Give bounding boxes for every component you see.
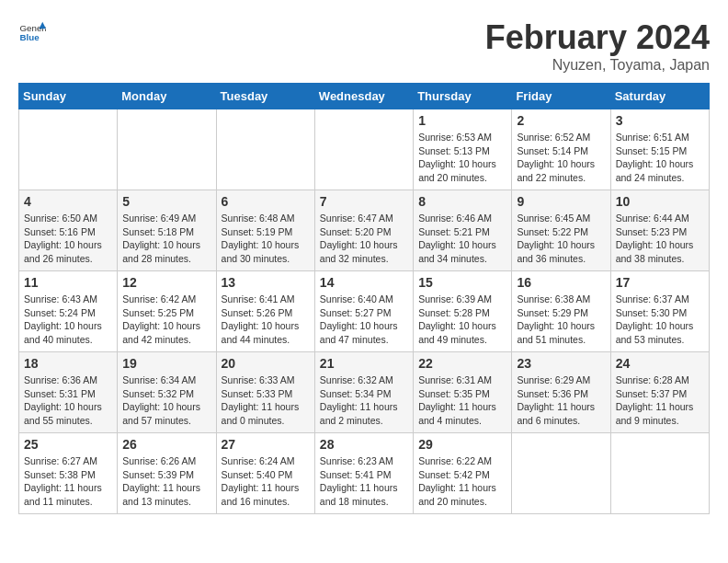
day-info: Sunrise: 6:50 AM Sunset: 5:16 PM Dayligh…: [24, 212, 112, 266]
calendar-cell: 19Sunrise: 6:34 AM Sunset: 5:32 PM Dayli…: [118, 352, 216, 433]
weekday-header-monday: Monday: [118, 84, 216, 109]
week-row-4: 18Sunrise: 6:36 AM Sunset: 5:31 PM Dayli…: [19, 352, 710, 433]
day-number: 13: [222, 275, 310, 290]
calendar-cell: 3Sunrise: 6:51 AM Sunset: 5:15 PM Daylig…: [610, 109, 709, 190]
day-info: Sunrise: 6:47 AM Sunset: 5:20 PM Dayligh…: [320, 212, 408, 266]
calendar-cell: 28Sunrise: 6:23 AM Sunset: 5:41 PM Dayli…: [314, 433, 413, 514]
week-row-5: 25Sunrise: 6:27 AM Sunset: 5:38 PM Dayli…: [19, 433, 710, 514]
day-number: 8: [418, 194, 506, 209]
calendar-cell: [19, 109, 118, 190]
calendar-cell: 20Sunrise: 6:33 AM Sunset: 5:33 PM Dayli…: [216, 352, 314, 433]
day-number: 18: [24, 356, 112, 371]
calendar-cell: [610, 433, 709, 514]
calendar-cell: 16Sunrise: 6:38 AM Sunset: 5:29 PM Dayli…: [512, 271, 610, 352]
weekday-header-friday: Friday: [512, 84, 610, 109]
calendar-table: SundayMondayTuesdayWednesdayThursdayFrid…: [18, 83, 710, 514]
calendar-cell: 1Sunrise: 6:53 AM Sunset: 5:13 PM Daylig…: [414, 109, 512, 190]
day-info: Sunrise: 6:41 AM Sunset: 5:26 PM Dayligh…: [222, 293, 310, 347]
calendar-cell: 21Sunrise: 6:32 AM Sunset: 5:34 PM Dayli…: [314, 352, 413, 433]
weekday-header-tuesday: Tuesday: [216, 84, 314, 109]
day-info: Sunrise: 6:36 AM Sunset: 5:31 PM Dayligh…: [24, 373, 112, 428]
day-number: 1: [418, 113, 506, 128]
day-info: Sunrise: 6:22 AM Sunset: 5:42 PM Dayligh…: [418, 454, 506, 509]
day-number: 9: [517, 194, 605, 209]
calendar-cell: 2Sunrise: 6:52 AM Sunset: 5:14 PM Daylig…: [512, 109, 610, 190]
week-row-3: 11Sunrise: 6:43 AM Sunset: 5:24 PM Dayli…: [19, 271, 710, 352]
day-info: Sunrise: 6:34 AM Sunset: 5:32 PM Dayligh…: [122, 373, 210, 428]
calendar-cell: 7Sunrise: 6:47 AM Sunset: 5:20 PM Daylig…: [314, 190, 413, 271]
day-number: 22: [418, 356, 506, 371]
weekday-header-saturday: Saturday: [610, 84, 709, 109]
day-number: 5: [122, 194, 210, 209]
svg-text:Blue: Blue: [20, 32, 40, 42]
day-info: Sunrise: 6:40 AM Sunset: 5:27 PM Dayligh…: [320, 293, 408, 347]
day-number: 23: [517, 356, 605, 371]
calendar-cell: 22Sunrise: 6:31 AM Sunset: 5:35 PM Dayli…: [414, 352, 512, 433]
calendar-cell: 9Sunrise: 6:45 AM Sunset: 5:22 PM Daylig…: [512, 190, 610, 271]
day-number: 4: [24, 194, 112, 209]
calendar-cell: 17Sunrise: 6:37 AM Sunset: 5:30 PM Dayli…: [610, 271, 709, 352]
day-info: Sunrise: 6:48 AM Sunset: 5:19 PM Dayligh…: [222, 212, 310, 266]
calendar-cell: [512, 433, 610, 514]
day-info: Sunrise: 6:42 AM Sunset: 5:25 PM Dayligh…: [122, 293, 210, 347]
day-info: Sunrise: 6:53 AM Sunset: 5:13 PM Dayligh…: [418, 131, 506, 185]
calendar-cell: 24Sunrise: 6:28 AM Sunset: 5:37 PM Dayli…: [610, 352, 709, 433]
calendar-cell: 25Sunrise: 6:27 AM Sunset: 5:38 PM Dayli…: [19, 433, 118, 514]
day-number: 26: [122, 437, 210, 452]
calendar-cell: 13Sunrise: 6:41 AM Sunset: 5:26 PM Dayli…: [216, 271, 314, 352]
day-number: 12: [122, 275, 210, 290]
calendar-cell: 6Sunrise: 6:48 AM Sunset: 5:19 PM Daylig…: [216, 190, 314, 271]
day-info: Sunrise: 6:28 AM Sunset: 5:37 PM Dayligh…: [616, 373, 704, 428]
day-number: 29: [418, 437, 506, 452]
day-info: Sunrise: 6:45 AM Sunset: 5:22 PM Dayligh…: [517, 212, 605, 266]
day-number: 14: [320, 275, 408, 290]
weekday-header-row: SundayMondayTuesdayWednesdayThursdayFrid…: [19, 84, 710, 109]
calendar-cell: 5Sunrise: 6:49 AM Sunset: 5:18 PM Daylig…: [118, 190, 216, 271]
calendar-cell: 29Sunrise: 6:22 AM Sunset: 5:42 PM Dayli…: [414, 433, 512, 514]
calendar-cell: [314, 109, 413, 190]
day-number: 28: [320, 437, 408, 452]
day-number: 2: [517, 113, 605, 128]
day-number: 20: [222, 356, 310, 371]
day-number: 25: [24, 437, 112, 452]
day-info: Sunrise: 6:49 AM Sunset: 5:18 PM Dayligh…: [122, 212, 210, 266]
calendar-cell: 23Sunrise: 6:29 AM Sunset: 5:36 PM Dayli…: [512, 352, 610, 433]
month-title: February 2024: [485, 18, 710, 57]
day-info: Sunrise: 6:24 AM Sunset: 5:40 PM Dayligh…: [222, 454, 310, 509]
day-info: Sunrise: 6:51 AM Sunset: 5:15 PM Dayligh…: [616, 131, 704, 185]
day-info: Sunrise: 6:31 AM Sunset: 5:35 PM Dayligh…: [418, 373, 506, 428]
page-header: General Blue February 2024 Nyuzen, Toyam…: [18, 18, 710, 74]
weekday-header-thursday: Thursday: [414, 84, 512, 109]
day-number: 21: [320, 356, 408, 371]
day-info: Sunrise: 6:43 AM Sunset: 5:24 PM Dayligh…: [24, 293, 112, 347]
day-info: Sunrise: 6:26 AM Sunset: 5:39 PM Dayligh…: [122, 454, 210, 509]
calendar-cell: 4Sunrise: 6:50 AM Sunset: 5:16 PM Daylig…: [19, 190, 118, 271]
day-info: Sunrise: 6:52 AM Sunset: 5:14 PM Dayligh…: [517, 131, 605, 185]
calendar-cell: 11Sunrise: 6:43 AM Sunset: 5:24 PM Dayli…: [19, 271, 118, 352]
calendar-cell: 12Sunrise: 6:42 AM Sunset: 5:25 PM Dayli…: [118, 271, 216, 352]
weekday-header-sunday: Sunday: [19, 84, 118, 109]
calendar-cell: 14Sunrise: 6:40 AM Sunset: 5:27 PM Dayli…: [314, 271, 413, 352]
calendar-cell: 27Sunrise: 6:24 AM Sunset: 5:40 PM Dayli…: [216, 433, 314, 514]
day-number: 3: [616, 113, 704, 128]
title-block: February 2024 Nyuzen, Toyama, Japan: [485, 18, 710, 74]
day-info: Sunrise: 6:44 AM Sunset: 5:23 PM Dayligh…: [616, 212, 704, 266]
logo: General Blue: [18, 18, 46, 46]
day-number: 10: [616, 194, 704, 209]
day-info: Sunrise: 6:39 AM Sunset: 5:28 PM Dayligh…: [418, 293, 506, 347]
day-info: Sunrise: 6:32 AM Sunset: 5:34 PM Dayligh…: [320, 373, 408, 428]
day-number: 27: [222, 437, 310, 452]
day-number: 24: [616, 356, 704, 371]
week-row-2: 4Sunrise: 6:50 AM Sunset: 5:16 PM Daylig…: [19, 190, 710, 271]
calendar-cell: [118, 109, 216, 190]
logo-icon: General Blue: [18, 18, 46, 46]
day-number: 11: [24, 275, 112, 290]
day-number: 17: [616, 275, 704, 290]
calendar-cell: [216, 109, 314, 190]
day-number: 15: [418, 275, 506, 290]
weekday-header-wednesday: Wednesday: [314, 84, 413, 109]
day-info: Sunrise: 6:27 AM Sunset: 5:38 PM Dayligh…: [24, 454, 112, 509]
day-number: 19: [122, 356, 210, 371]
location: Nyuzen, Toyama, Japan: [485, 57, 710, 74]
day-info: Sunrise: 6:38 AM Sunset: 5:29 PM Dayligh…: [517, 293, 605, 347]
